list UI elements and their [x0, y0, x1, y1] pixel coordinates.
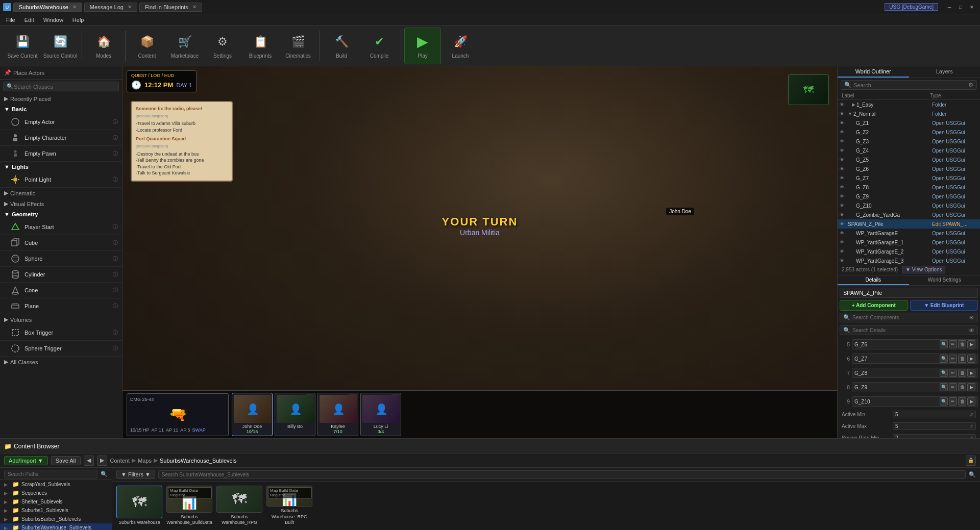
category-lights[interactable]: ▼ Lights	[0, 162, 122, 172]
add-import-button[interactable]: Add/Import ▼	[4, 456, 48, 465]
maximize-button[interactable]: □	[955, 3, 966, 11]
actor-empty-pawn[interactable]: Empty Pawn ⓘ	[0, 146, 122, 162]
path-suburbsbarber[interactable]: ▶ 📁 SuburbsBarber_Sublevels	[0, 515, 112, 523]
compile-button[interactable]: ✔ Compile	[361, 28, 398, 64]
path-suburbswarehouse[interactable]: ▶ 📁 SuburbsWarehouse_Sublevels	[0, 523, 112, 530]
eye-icon[interactable]: 👁	[969, 315, 974, 321]
outliner-gz8[interactable]: 👁 G_Z8 Open USGGui	[838, 183, 980, 192]
outliner-gz1[interactable]: 👁 G_Z1 Open USGGui	[838, 118, 980, 128]
reset-active-min[interactable]: ↺	[969, 412, 973, 417]
tab-world-settings[interactable]: World Settings	[909, 275, 981, 285]
tab-world-outliner[interactable]: World Outliner	[838, 66, 909, 78]
tab-close[interactable]: ✕	[72, 4, 77, 10]
spawn-edit-btn[interactable]: ✏	[949, 383, 957, 391]
category-cinematic[interactable]: ▶ Cinematic	[0, 188, 122, 198]
path-suburbs1[interactable]: ▶ 📁 Suburbs1_Sublevels	[0, 506, 112, 515]
spawn-delete-btn[interactable]: 🗑	[958, 369, 966, 377]
spawn-delete-btn[interactable]: 🗑	[958, 340, 966, 348]
spawn-search-btn[interactable]: 🔍	[940, 383, 948, 391]
tab-close[interactable]: ✕	[128, 4, 132, 10]
content-search-input[interactable]	[158, 470, 966, 479]
path-shelter[interactable]: ▶ 📁 Shelter_Sublevels	[0, 497, 112, 506]
source-control-button[interactable]: 🔄 Source Control	[42, 28, 79, 64]
actor-cylinder[interactable]: Cylinder ⓘ	[0, 267, 122, 283]
spawn-delete-btn[interactable]: 🗑	[958, 383, 966, 391]
asset-suburbs-rpg[interactable]: 🗺 Suburbs Warehouse_RPG	[216, 486, 262, 526]
search-classes-input[interactable]	[14, 84, 115, 90]
spawn-search-btn[interactable]: 🔍	[940, 355, 948, 363]
visibility-icon[interactable]: 👁	[840, 166, 847, 171]
asset-suburbs-warehouse[interactable]: 🗺 Suburbs Warehouse	[116, 486, 162, 526]
visibility-icon[interactable]: 👁	[840, 221, 847, 226]
outliner-wp-yardgaragee-3[interactable]: 👁 WP_YardGarageE_3 Open USGGui	[838, 256, 980, 264]
filters-button[interactable]: ▼ Filters ▼	[116, 470, 155, 479]
close-button[interactable]: ✕	[967, 3, 977, 11]
asset-suburbs-rpg-built[interactable]: Map Build Data Registry 📊 Suburbs Wareho…	[266, 486, 312, 526]
actor-plane[interactable]: Plane ⓘ	[0, 298, 122, 314]
outliner-2-normal[interactable]: 👁 ▼ 2_Normal Folder	[838, 109, 980, 118]
visibility-icon[interactable]: 👁	[840, 157, 847, 162]
settings-button[interactable]: ⚙ Settings	[204, 28, 241, 64]
outliner-gz3[interactable]: 👁 G_Z3 Open USGGui	[838, 137, 980, 146]
spawn-search-btn[interactable]: 🔍	[940, 340, 948, 348]
marketplace-button[interactable]: 🛒 Marketplace	[166, 28, 203, 64]
outliner-wp-yardgaragee[interactable]: 👁 WP_YardGarageE Open USGGui	[838, 229, 980, 238]
spawn-play-btn[interactable]: ▶	[967, 355, 975, 363]
spawn-delete-btn[interactable]: 🗑	[958, 355, 966, 363]
blueprints-button[interactable]: 📋 Blueprints	[242, 28, 279, 64]
spawn-edit-btn[interactable]: ✏	[949, 340, 957, 348]
outliner-gz2[interactable]: 👁 G_Z2 Open USGGui	[838, 128, 980, 137]
visibility-icon[interactable]: 👁	[840, 111, 847, 116]
actor-empty-character[interactable]: Empty Character ⓘ	[0, 130, 122, 146]
outliner-spawn-z-pile[interactable]: 👁 SPAWN_Z_Pile Edit SPAWN_...	[838, 219, 980, 229]
actor-cube[interactable]: Cube ⓘ	[0, 235, 122, 251]
outliner-gz-yardga[interactable]: 👁 G_Zombie_YardGa Open USGGui	[838, 210, 980, 219]
edit-blueprint-button[interactable]: ▼ Edit Blueprint	[910, 300, 978, 311]
category-basic[interactable]: ▼ Basic	[0, 104, 122, 114]
outliner-gz4[interactable]: 👁 G_Z4 Open USGGui	[838, 146, 980, 155]
outliner-gz5[interactable]: 👁 G_Z5 Open USGGui	[838, 155, 980, 164]
build-button[interactable]: 🔨 Build	[323, 28, 360, 64]
menu-window[interactable]: Window	[39, 16, 67, 24]
minimize-button[interactable]: ─	[944, 3, 954, 11]
add-component-button[interactable]: + Add Component	[840, 300, 908, 311]
visibility-icon[interactable]: 👁	[840, 194, 847, 199]
actor-player-start[interactable]: Player Start ⓘ	[0, 219, 122, 235]
breadcrumb-content[interactable]: Content	[110, 458, 130, 464]
modes-button[interactable]: 🏠 Modes	[85, 28, 122, 64]
visibility-icon[interactable]: 👁	[840, 203, 847, 208]
path-scrapyard[interactable]: ▶ 📁 ScrapYard_Sublevels	[0, 480, 112, 489]
category-visual-effects[interactable]: ▶ Visual Effects	[0, 198, 122, 209]
spawn-delete-btn[interactable]: 🗑	[958, 397, 966, 406]
details-name-field[interactable]: SPAWN_Z_Pile	[840, 288, 978, 298]
category-recently-placed[interactable]: ▶ Recently Placed	[0, 93, 122, 104]
nav-back-button[interactable]: ◀	[84, 456, 94, 466]
tab-message-log[interactable]: Message Log ✕	[84, 3, 137, 12]
search-components-input[interactable]	[852, 315, 967, 320]
launch-button[interactable]: 🚀 Launch	[442, 28, 479, 64]
content-button[interactable]: 📦 Content	[129, 28, 165, 64]
tab-close[interactable]: ✕	[192, 4, 197, 10]
spawn-play-btn[interactable]: ▶	[967, 397, 975, 406]
spawn-play-btn[interactable]: ▶	[967, 383, 975, 391]
breadcrumb-sublevels[interactable]: SuburbsWarehouse_Sublevels	[160, 458, 237, 464]
breadcrumb-maps[interactable]: Maps	[138, 458, 152, 464]
visibility-icon[interactable]: 👁	[840, 120, 847, 125]
path-search-input[interactable]	[4, 470, 97, 478]
play-button[interactable]: ▶ Play	[404, 28, 441, 64]
spawn-search-btn[interactable]: 🔍	[940, 369, 948, 377]
outliner-wp-yardgaragee-1[interactable]: 👁 WP_YardGarageE_1 Open USGGui	[838, 238, 980, 247]
category-all-classes[interactable]: ▶ All Classes	[0, 357, 122, 367]
actor-cone[interactable]: Cone ⓘ	[0, 283, 122, 298]
spawn-edit-btn[interactable]: ✏	[949, 397, 957, 406]
menu-help[interactable]: Help	[68, 16, 88, 24]
visibility-icon[interactable]: 👁	[840, 231, 847, 236]
visibility-icon[interactable]: 👁	[840, 240, 847, 245]
outliner-wp-yardgaragee-2[interactable]: 👁 WP_YardGarageE_2 Open USGGui	[838, 247, 980, 256]
visibility-icon[interactable]: 👁	[840, 249, 847, 254]
outliner-gz6[interactable]: 👁 G_Z6 Open USGGui	[838, 164, 980, 173]
actor-sphere[interactable]: Sphere ⓘ	[0, 251, 122, 267]
category-geometry[interactable]: ▼ Geometry	[0, 209, 122, 219]
search-details-input[interactable]	[852, 327, 967, 333]
category-volumes[interactable]: ▶ Volumes	[0, 314, 122, 325]
